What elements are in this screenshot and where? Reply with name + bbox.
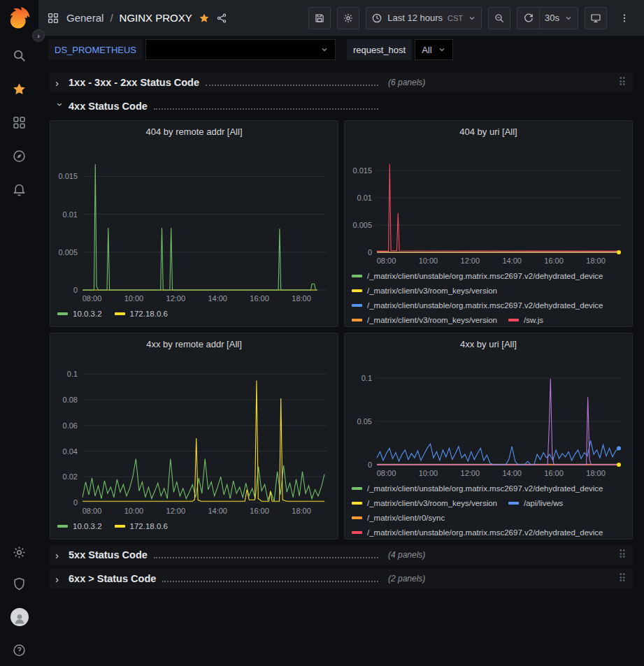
svg-text:0.1: 0.1 (362, 374, 372, 382)
share-icon[interactable] (216, 13, 227, 24)
refresh-interval-dropdown[interactable]: 30s (539, 7, 578, 29)
chart-svg: 00.0050.010.01508:0010:0012:0014:0016:00… (345, 148, 632, 268)
panels-grid: 404 by remote addr [All] 00.0050.010.015… (50, 120, 633, 540)
server-admin-shield-icon[interactable] (12, 577, 27, 591)
sidebar-nav (12, 48, 27, 197)
starred-dashboards-icon[interactable] (12, 82, 27, 96)
row-title: 1xx - 3xx - 2xx Status Code (69, 77, 199, 88)
chevron-down-icon (564, 14, 573, 22)
panel-4xx-by-uri: 4xx by uri [All] 00.050.108:0010:0012:00… (344, 333, 633, 540)
svg-text:10:00: 10:00 (419, 469, 438, 477)
svg-text:0.015: 0.015 (58, 172, 78, 180)
svg-text:0.01: 0.01 (63, 210, 78, 218)
legend-swatch (352, 502, 362, 505)
legend-item[interactable]: 172.18.0.6 (115, 307, 168, 321)
user-avatar[interactable] (10, 608, 29, 626)
kebab-menu-button[interactable] (613, 7, 636, 29)
refresh-button[interactable] (517, 7, 539, 29)
chart-plot[interactable]: 00.0050.010.01508:0010:0012:0014:0016:00… (50, 148, 338, 305)
panel-title[interactable]: 404 by uri [All] (345, 122, 632, 140)
dashboard-grid-icon[interactable] (47, 12, 59, 24)
sidebar (0, 0, 38, 666)
row-4xx-status-code[interactable]: › 4xx Status Code •••••• (50, 96, 633, 116)
svg-text:16:00: 16:00 (544, 469, 564, 477)
legend-item[interactable]: /_matrix/client/unstable/org.matrix.msc2… (352, 482, 603, 495)
chevron-down-icon (438, 45, 446, 54)
svg-text:0.005: 0.005 (58, 248, 78, 256)
svg-text:16:00: 16:00 (250, 294, 269, 303)
svg-text:0: 0 (73, 286, 78, 294)
panel-title[interactable]: 4xx by remote addr [All] (50, 335, 338, 353)
legend-item[interactable]: 172.18.0.6 (115, 519, 168, 533)
dashboard-canvas: › 1xx - 3xx - 2xx Status Code (6 panels)… (38, 63, 644, 666)
panel-title[interactable]: 4xx by uri [All] (345, 335, 632, 353)
legend-swatch (115, 525, 125, 528)
legend-swatch (352, 487, 362, 490)
tv-mode-button[interactable] (585, 7, 607, 29)
row-chevron-icon: › (55, 103, 66, 113)
legend-item[interactable]: /_matrix/client/unstable/org.matrix.msc2… (352, 269, 603, 283)
sidebar-expand-button[interactable]: › (32, 29, 45, 42)
chart-svg: 00.0050.010.01508:0010:0012:0014:0016:00… (50, 148, 338, 305)
save-dashboard-button[interactable] (308, 7, 331, 29)
svg-text:0.04: 0.04 (63, 447, 78, 455)
chart-plot[interactable]: 00.020.040.060.080.108:0010:0012:0014:00… (50, 361, 338, 518)
svg-text:12:00: 12:00 (461, 469, 480, 477)
row-6xx-status-code[interactable]: › 6xx > Status Code (2 panels) •••••• (50, 569, 633, 588)
request-host-select[interactable]: All (415, 39, 452, 60)
time-range-picker[interactable]: Last 12 hours CST (366, 7, 482, 29)
panel-title[interactable]: 404 by remote addr [All] (50, 122, 338, 140)
legend-item[interactable]: /_matrix/client/unstable/org.matrix.msc2… (352, 298, 603, 312)
help-icon[interactable] (12, 643, 27, 658)
chart-plot[interactable]: 00.050.108:0010:0012:0014:0016:0018:00 (345, 361, 632, 480)
legend-label: /_matrix/client/v3/room_keys/version (367, 496, 497, 510)
search-icon[interactable] (12, 48, 27, 63)
row-title: 5xx Status Code (69, 549, 148, 560)
datasource-select[interactable] (145, 39, 336, 60)
svg-text:0: 0 (368, 461, 372, 469)
svg-text:0.08: 0.08 (63, 396, 78, 404)
grafana-logo[interactable] (7, 6, 32, 31)
breadcrumb-folder[interactable]: General (66, 12, 103, 24)
svg-text:16:00: 16:00 (250, 507, 269, 515)
svg-text:12:00: 12:00 (166, 294, 186, 303)
svg-text:08:00: 08:00 (377, 469, 396, 477)
legend-item[interactable]: /api/live/ws (508, 496, 563, 510)
chart-svg: 00.050.108:0010:0012:0014:0016:0018:00 (345, 361, 632, 480)
dashboard-settings-button[interactable] (337, 7, 359, 29)
zoom-out-button[interactable] (488, 7, 510, 29)
legend-item[interactable]: /_matrix/client/v3/room_keys/version (352, 313, 497, 326)
legend-item[interactable]: 10.0.3.2 (57, 519, 102, 533)
row-panel-count: (6 panels) (388, 78, 425, 87)
legend-item[interactable]: /_matrix/client/unstable/org.matrix.msc2… (352, 526, 603, 539)
legend-swatch (508, 502, 519, 505)
sidebar-bottom-nav (10, 545, 29, 666)
datasource-variable-label: DS_PROMETHEUS (48, 39, 143, 60)
row-1xx-3xx-2xx-status-code[interactable]: › 1xx - 3xx - 2xx Status Code (6 panels)… (50, 73, 633, 92)
row-title: 6xx > Status Code (69, 573, 156, 584)
legend-item[interactable]: 10.0.3.2 (57, 307, 102, 321)
legend-item[interactable]: /sw.js (508, 313, 543, 326)
favorite-star-icon[interactable] (199, 13, 210, 24)
row-5xx-status-code[interactable]: › 5xx Status Code (4 panels) •••••• (50, 545, 633, 565)
chart-legend: 10.0.3.2172.18.0.6 (50, 518, 338, 539)
header-actions: Last 12 hours CST 30s (308, 7, 636, 29)
legend-label: 172.18.0.6 (130, 519, 168, 533)
row-dotted-line (206, 85, 378, 86)
breadcrumb-dashboard-title[interactable]: NGINX PROXY (120, 12, 192, 24)
dashboards-icon[interactable] (12, 115, 27, 130)
svg-text:14:00: 14:00 (502, 469, 522, 477)
configuration-gear-icon[interactable] (12, 545, 27, 560)
legend-item[interactable]: /_matrix/client/r0/sync (352, 511, 445, 525)
chart-legend: 10.0.3.2172.18.0.6 (50, 305, 338, 326)
legend-item[interactable]: /_matrix/client/v3/room_keys/version (352, 496, 497, 510)
row-drag-handle[interactable]: •••••• (618, 572, 627, 586)
chart-plot[interactable]: 00.0050.010.01508:0010:0012:0014:0016:00… (345, 148, 632, 268)
legend-swatch (352, 516, 362, 519)
variables-bar: DS_PROMETHEUS request_host All (38, 36, 644, 63)
alerting-bell-icon[interactable] (12, 182, 27, 197)
row-drag-handle[interactable]: •••••• (618, 75, 627, 89)
row-drag-handle[interactable]: •••••• (618, 548, 627, 562)
explore-compass-icon[interactable] (12, 149, 27, 164)
legend-item[interactable]: /_matrix/client/v3/room_keys/version (352, 284, 497, 298)
